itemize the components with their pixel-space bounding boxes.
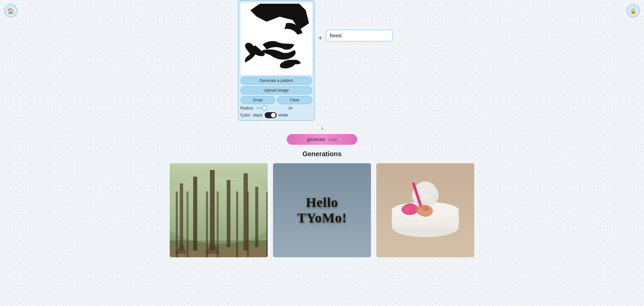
lock-icon: 🔒 — [630, 8, 637, 14]
plus-divider: + — [318, 34, 323, 42]
generation-image-2[interactable]: Hello TYoMo! — [273, 163, 371, 257]
hello-text-line1: Hello — [306, 195, 338, 210]
home-icon: 🏠 — [7, 8, 14, 14]
forest-visual — [170, 163, 268, 257]
clear-button[interactable]: Clear — [277, 96, 312, 104]
prompt-input[interactable] — [326, 30, 393, 42]
color-black-label: black — [253, 113, 263, 118]
draw-clear-row: Draw Clear — [240, 96, 312, 104]
canvas-panel: Generate a pattern Upload Image Draw Cle… — [238, 0, 315, 121]
radius-value: 24 — [288, 106, 295, 110]
svg-rect-10 — [255, 187, 258, 247]
draw-button[interactable]: Draw — [240, 96, 276, 104]
top-row: Generate a pattern Upload Image Draw Cle… — [238, 0, 393, 121]
color-white-label: white — [279, 113, 288, 118]
radius-label: Radius: — [240, 106, 254, 111]
svg-rect-6 — [193, 177, 197, 251]
cake-visual — [376, 163, 474, 257]
generations-section: Generations — [170, 150, 474, 257]
generation-image-3[interactable] — [376, 163, 474, 257]
color-toggle[interactable] — [265, 112, 277, 118]
radius-control: Radius: 24 — [240, 106, 312, 111]
color-label: Color: — [240, 113, 251, 118]
down-arrow: ↓ — [320, 124, 324, 131]
color-control: Color: black white — [240, 112, 312, 118]
lock-button[interactable]: 🔒 — [627, 4, 640, 17]
generations-grid: Hello TYoMo! — [170, 163, 474, 257]
generate-version: 0.090 — [328, 138, 337, 142]
svg-rect-7 — [210, 170, 215, 251]
generate-label: generate — [307, 137, 325, 142]
generations-title: Generations — [170, 150, 474, 158]
svg-point-19 — [423, 206, 429, 211]
canvas-area[interactable] — [240, 3, 312, 75]
svg-point-18 — [404, 208, 409, 212]
generate-button[interactable]: generate 0.090 — [287, 134, 358, 145]
radius-slider[interactable] — [256, 107, 286, 110]
hello-text-line2: TYoMo! — [297, 210, 347, 225]
svg-rect-8 — [227, 180, 230, 247]
svg-point-4 — [170, 177, 268, 244]
generate-pattern-button[interactable]: Generate a pattern — [240, 77, 312, 85]
main-container: Generate a pattern Upload Image Draw Cle… — [0, 0, 644, 257]
svg-rect-9 — [244, 173, 248, 251]
toggle-knob — [271, 113, 276, 118]
upload-image-button[interactable]: Upload Image — [240, 86, 312, 94]
generation-image-1[interactable] — [170, 163, 268, 257]
svg-rect-5 — [180, 183, 183, 251]
svg-rect-3 — [170, 241, 268, 257]
hello-visual: Hello TYoMo! — [273, 163, 371, 257]
home-button[interactable]: 🏠 — [4, 4, 17, 17]
